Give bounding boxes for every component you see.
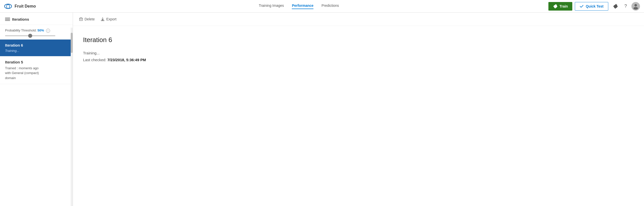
threshold-value: 50% <box>37 28 44 32</box>
last-checked-value: 7/23/2018, 5:36:49 PM <box>107 58 146 62</box>
scrollbar-track[interactable] <box>71 28 73 206</box>
svg-point-4 <box>633 7 638 10</box>
svg-rect-14 <box>101 20 104 21</box>
svg-rect-5 <box>5 18 10 18</box>
train-button-label: Train <box>559 4 568 8</box>
quick-test-button-label: Quick Test <box>586 4 603 8</box>
svg-point-2 <box>8 4 9 5</box>
sidebar: Iterations Probability Threshold: 50% i … <box>0 13 73 206</box>
delete-button[interactable]: Delete <box>79 16 95 22</box>
info-icon: i <box>46 29 50 33</box>
layers-icon <box>5 17 10 22</box>
iteration-5-subtitle: Trained : moments agowith General (compa… <box>5 66 68 81</box>
checkmark-icon <box>580 4 584 8</box>
iteration-item-5[interactable]: Iteration 5 Trained : moments agowith Ge… <box>0 56 73 84</box>
gear-icon <box>553 4 557 9</box>
app-title: Fruit Demo <box>15 4 36 9</box>
header-actions: Train Quick Test ? <box>548 2 640 11</box>
threshold-label-text: Probability Threshold: <box>5 28 37 32</box>
main-layout: Iterations Probability Threshold: 50% i … <box>0 13 644 206</box>
train-button[interactable]: Train <box>548 2 572 11</box>
svg-rect-6 <box>5 19 10 20</box>
training-status: Training... <box>83 51 634 55</box>
iteration-detail: Iteration 6 Training... Last checked: 7/… <box>73 26 644 72</box>
export-button[interactable]: Export <box>101 16 116 22</box>
settings-button[interactable] <box>611 3 620 10</box>
tab-performance[interactable]: Performance <box>292 4 313 9</box>
last-checked: Last checked: 7/23/2018, 5:36:49 PM <box>83 58 634 62</box>
quick-test-button[interactable]: Quick Test <box>575 2 608 11</box>
nav-tabs: Training Images Performance Predictions <box>49 4 548 9</box>
export-button-label: Export <box>106 17 116 21</box>
sidebar-title: Iterations <box>12 17 29 21</box>
logo-area: Fruit Demo <box>4 2 49 10</box>
settings-icon <box>613 4 618 9</box>
content-area: Delete Export Iteration 6 Training... La… <box>73 13 644 206</box>
sidebar-header: Iterations <box>0 13 73 25</box>
svg-point-3 <box>634 4 637 7</box>
tab-training-images[interactable]: Training Images <box>259 4 284 9</box>
svg-rect-8 <box>79 18 83 21</box>
iteration-6-title: Iteration 6 <box>5 43 68 47</box>
slider-container <box>5 35 68 36</box>
app-logo-icon <box>4 2 12 10</box>
threshold-area: Probability Threshold: 50% i <box>0 25 73 40</box>
threshold-label: Probability Threshold: 50% i <box>5 28 68 33</box>
delete-button-label: Delete <box>85 17 95 21</box>
toolbar: Delete Export <box>73 13 644 26</box>
delete-icon <box>79 17 83 21</box>
iteration-detail-title: Iteration 6 <box>83 36 634 44</box>
svg-rect-7 <box>5 20 10 21</box>
last-checked-label: Last checked: <box>83 58 106 62</box>
help-button[interactable]: ? <box>622 3 629 10</box>
iteration-6-subtitle: Training... <box>5 49 68 53</box>
user-avatar-button[interactable] <box>631 2 640 11</box>
scrollbar-thumb[interactable] <box>71 33 73 53</box>
iteration-item-6[interactable]: Iteration 6 Training... <box>0 40 73 56</box>
tab-predictions[interactable]: Predictions <box>321 4 339 9</box>
help-icon: ? <box>624 4 627 9</box>
probability-threshold-slider[interactable] <box>5 35 55 36</box>
iterations-list: Iteration 6 Training... Iteration 5 Trai… <box>0 40 73 206</box>
app-header: Fruit Demo Training Images Performance P… <box>0 0 644 13</box>
export-icon <box>101 17 105 21</box>
avatar-icon <box>632 3 639 10</box>
iteration-5-title: Iteration 5 <box>5 60 68 64</box>
